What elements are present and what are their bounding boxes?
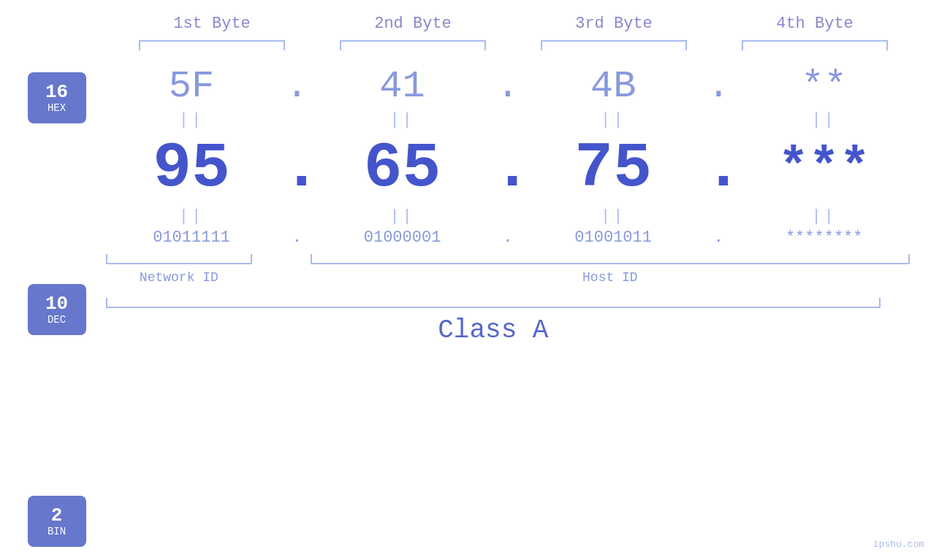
eq-7: || [533, 207, 693, 226]
dec-badge: 10 DEC [28, 284, 86, 335]
dec-b2: 65 [322, 132, 483, 204]
hex-row: 5F . 41 . 4B . ** [106, 65, 910, 108]
hex-dot-2: . [493, 65, 522, 108]
bin-b3: 01001011 [533, 229, 693, 247]
bin-badge: 2 BIN [28, 496, 86, 547]
bin-b1: 01011111 [111, 229, 272, 247]
eq-2: || [322, 111, 483, 129]
equals-row-1: || || || || [106, 111, 910, 129]
watermark: ipshu.com [873, 539, 924, 550]
host-id-label: Host ID [311, 270, 910, 285]
hex-dot-1: . [282, 65, 311, 108]
class-label: Class A [106, 315, 881, 345]
dec-dot-2: . [493, 132, 522, 204]
network-bracket [106, 254, 252, 264]
hex-dot-3: . [704, 65, 733, 108]
bin-b2: 01000001 [322, 229, 483, 247]
id-labels: Network ID Host ID [106, 270, 910, 285]
equals-row-2: || || || || [106, 207, 910, 226]
network-id-label: Network ID [106, 270, 252, 285]
byte-header-3: 3rd Byte [533, 15, 694, 33]
dec-dot-1: . [282, 132, 311, 204]
hex-b2: 41 [322, 65, 483, 108]
eq-4: || [744, 111, 905, 129]
class-bracket [106, 298, 881, 308]
byte-header-2: 2nd Byte [332, 15, 493, 33]
hex-b3: 4B [533, 65, 693, 108]
bin-b4: ******** [744, 229, 905, 247]
byte-header-1: 1st Byte [132, 15, 292, 33]
full-layout: 16 HEX 10 DEC 2 BIN 5F . [13, 65, 927, 547]
bin-row: 01011111 . 01000001 . 01001011 . [106, 229, 910, 247]
eq-6: || [322, 207, 483, 226]
bracket-4 [742, 40, 888, 50]
dec-b1: 95 [111, 132, 272, 204]
bin-dot-3: . [704, 229, 733, 247]
bracket-3 [541, 40, 687, 50]
eq-3: || [533, 111, 693, 129]
main-container: 1st Byte 2nd Byte 3rd Byte 4th Byte 16 H… [0, 0, 939, 560]
bin-dot-2: . [493, 229, 522, 247]
hex-b4: ** [744, 65, 905, 108]
eq-5: || [111, 207, 272, 226]
hex-b1: 5F [111, 65, 272, 108]
dec-b3: 75 [533, 132, 693, 204]
dec-row: 95 . 65 . 75 . *** [106, 132, 910, 204]
values-section: 5F . 41 . 4B . ** [106, 65, 927, 547]
eq-1: || [111, 111, 272, 129]
dec-dot-3: . [704, 132, 733, 204]
bracket-1 [139, 40, 285, 50]
bracket-2 [340, 40, 486, 50]
hex-badge: 16 HEX [28, 72, 86, 123]
byte-header-4: 4th Byte [734, 15, 895, 33]
badges-column: 16 HEX 10 DEC 2 BIN [13, 72, 106, 547]
dec-b4: *** [744, 139, 905, 197]
eq-8: || [744, 207, 905, 226]
bottom-brackets [106, 254, 910, 264]
host-bracket [311, 254, 910, 264]
byte-headers-row: 1st Byte 2nd Byte 3rd Byte 4th Byte [112, 15, 916, 33]
bin-dot-1: . [282, 229, 311, 247]
top-brackets [112, 40, 916, 50]
